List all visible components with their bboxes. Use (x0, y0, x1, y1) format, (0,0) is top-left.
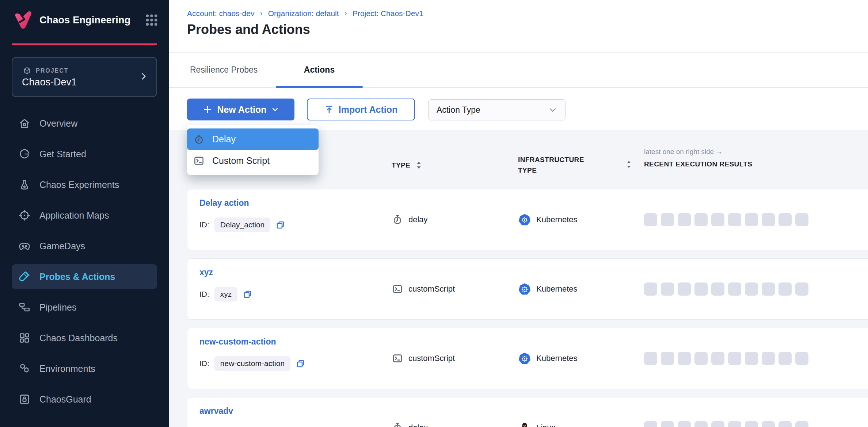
execution-result-placeholder (762, 282, 775, 296)
execution-result-placeholder (745, 282, 758, 296)
type-cell: customScript (392, 328, 455, 389)
infrastructure-value: Kubernetes (536, 354, 578, 363)
infrastructure-cell: Kubernetes (518, 259, 578, 319)
execution-result-placeholder (795, 352, 808, 365)
id-label: ID: (199, 359, 209, 368)
copy-icon[interactable] (275, 220, 285, 230)
gamepad-icon (18, 240, 31, 252)
id-value: xyz (214, 287, 238, 301)
flask-icon (18, 178, 31, 191)
action-row-awrvadv[interactable]: awrvadv delay Linux (187, 397, 868, 427)
sidebar-item-gamedays[interactable]: GameDays (0, 231, 169, 261)
column-header-type-label: TYPE (392, 161, 410, 169)
new-action-button[interactable]: New Action (187, 99, 294, 120)
execution-result-placeholder (728, 421, 741, 427)
sort-icon[interactable] (626, 160, 632, 169)
dashboard-icon (18, 332, 31, 344)
sort-icon[interactable] (416, 161, 422, 169)
sidebar-item-pipelines[interactable]: Pipelines (0, 292, 169, 323)
chevron-right-icon (139, 72, 148, 81)
tab-resilience-probes[interactable]: Resilience Probes (190, 53, 258, 87)
sidebar-item-application-maps[interactable]: Application Maps (0, 200, 169, 231)
sidebar-item-label: Application Maps (39, 210, 109, 221)
sidebar-item-probes-actions[interactable]: Probes & Actions (0, 261, 169, 292)
sidebar-item-chaosguard[interactable]: ChaosGuard (0, 384, 169, 415)
cube-icon (23, 66, 31, 75)
sidebar-item-label: Probes & Actions (39, 272, 115, 282)
sidebar-item-chaos-experiments[interactable]: Chaos Experiments (0, 169, 169, 200)
execution-result-placeholder (694, 352, 708, 365)
type-value: customScript (408, 354, 455, 363)
execution-result-placeholder (661, 213, 674, 226)
toolbar: New Action Import Action Action Type (169, 88, 868, 130)
execution-result-placeholder (795, 421, 808, 427)
execution-result-placeholder (762, 213, 775, 226)
execution-result-placeholder (694, 282, 708, 296)
action-type-value: Action Type (437, 105, 480, 115)
menu-item-delay[interactable]: Delay (187, 128, 319, 150)
execution-result-placeholder (694, 421, 708, 427)
home-icon (18, 117, 31, 130)
menu-item-label: Delay (212, 134, 236, 145)
execution-result-placeholder (661, 421, 674, 427)
breadcrumb-link-2[interactable]: Project: Chaos-Dev1 (353, 9, 423, 18)
execution-result-placeholder (644, 352, 657, 365)
chevron-down-icon (271, 106, 279, 113)
execution-result-placeholder (778, 421, 792, 427)
module-grid-icon[interactable] (144, 13, 159, 27)
execution-result-placeholder (795, 282, 808, 296)
action-name-link[interactable]: xyz (199, 268, 213, 277)
test-tube-icon (18, 270, 31, 283)
hexagons-icon (18, 362, 31, 375)
type-value: customScript (408, 284, 455, 294)
progress-circle-icon (18, 148, 31, 160)
type-cell: delay (392, 189, 428, 250)
execution-result-placeholder (711, 282, 724, 296)
target-icon (18, 209, 31, 222)
stopwatch-icon (392, 422, 403, 427)
import-action-label: Import Action (339, 104, 398, 115)
action-row-xyz[interactable]: xyz ID: xyz customScript Kubernetes (187, 258, 868, 320)
execution-result-placeholder (661, 352, 674, 365)
project-selector[interactable]: PROJECT Chaos-Dev1 (12, 57, 157, 97)
breadcrumb-link-0[interactable]: Account: chaos-dev (187, 9, 254, 18)
execution-result-placeholder (778, 213, 792, 226)
sidebar-item-label: Get Started (39, 149, 86, 159)
action-name-link[interactable]: new-custom-action (199, 337, 276, 347)
action-type-select[interactable]: Action Type (428, 99, 566, 120)
execution-result-placeholder (762, 352, 775, 365)
sidebar-item-label: Overview (39, 118, 77, 129)
id-label: ID: (199, 220, 209, 229)
action-id: ID: new-custom-action (199, 356, 305, 371)
action-name-link[interactable]: Delay action (199, 198, 249, 208)
sidebar-item-environments[interactable]: Environments (0, 353, 169, 384)
execution-result-placeholder (678, 421, 691, 427)
tab-actions[interactable]: Actions (276, 53, 363, 87)
id-label: ID: (199, 290, 209, 299)
execution-result-placeholder (762, 421, 775, 427)
page-title: Probes and Actions (187, 22, 310, 37)
sidebar-item-chaos-dashboards[interactable]: Chaos Dashboards (0, 323, 169, 353)
sidebar-item-get-started[interactable]: Get Started (0, 139, 169, 169)
kubernetes-icon (518, 214, 531, 226)
infrastructure-value: Kubernetes (536, 215, 578, 224)
import-action-button[interactable]: Import Action (307, 99, 415, 120)
project-label: PROJECT (36, 68, 69, 74)
breadcrumb: Account: chaos-dev›Organization: default… (187, 9, 423, 18)
breadcrumb-link-1[interactable]: Organization: default (268, 9, 339, 18)
action-row-new-custom-action[interactable]: new-custom-action ID: new-custom-action … (187, 328, 868, 389)
sidebar: Chaos Engineering PROJECT Chaos-Dev1 (0, 0, 169, 427)
execution-result-placeholder (678, 352, 691, 365)
sidebar-nav: OverviewGet StartedChaos ExperimentsAppl… (0, 108, 169, 415)
execution-result-placeholder (745, 213, 758, 226)
execution-result-placeholder (644, 282, 657, 296)
copy-icon[interactable] (296, 359, 305, 369)
recent-execution-results (644, 397, 808, 427)
chevron-down-icon (548, 105, 557, 114)
menu-item-custom-script[interactable]: Custom Script (187, 150, 319, 172)
action-name-link[interactable]: awrvadv (199, 406, 233, 416)
tabs: Resilience ProbesActions (169, 53, 868, 88)
sidebar-item-overview[interactable]: Overview (0, 108, 169, 139)
action-row-delay-action[interactable]: Delay action ID: Delay_action delay Kube… (187, 189, 868, 250)
copy-icon[interactable] (243, 289, 252, 299)
